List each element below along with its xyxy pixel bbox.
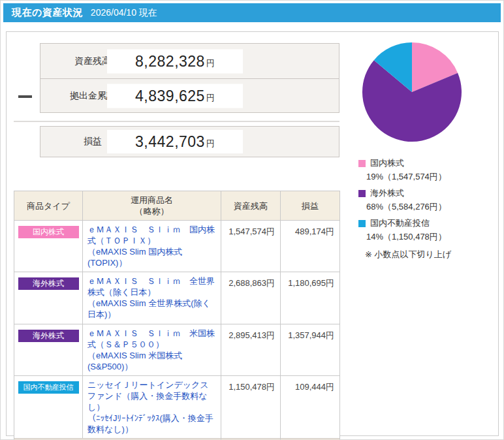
fund-balance: 1,547,574円 bbox=[221, 221, 281, 272]
product-type-badge: 国内株式 bbox=[18, 226, 79, 238]
asset-balance-row: 資産残高 8,282,328 円 bbox=[40, 44, 339, 78]
table-row: 海外株式 ｅＭＡＸＩＳ Ｓｌｉｍ 米国株式（Ｓ＆Ｐ５００） （eMAXIS Sl… bbox=[14, 324, 340, 376]
fund-short-name: （eMAXIS Slim 米国株式(S&P500)） bbox=[87, 350, 216, 372]
fund-short-name: （ﾆｯｾｲJﾘｰﾄｲﾝﾃﾞｯｸｽ(購入・換金手数料なし)） bbox=[87, 413, 216, 435]
rounding-note: ※ 小数点以下切り上げ bbox=[365, 249, 498, 260]
legend-label: 海外株式 bbox=[370, 187, 404, 199]
minus-operator bbox=[18, 95, 32, 98]
profit-loss-row: 損益 3,442,703 円 bbox=[40, 127, 339, 157]
domestic-stock-swatch bbox=[358, 160, 366, 167]
legend-item-domestic-stock: 国内株式 19%（1,547,574円） bbox=[358, 157, 498, 183]
fund-balance: 1,150,478円 bbox=[221, 376, 281, 439]
profit-loss-value: 3,442,703 bbox=[135, 133, 205, 151]
legend-item-domestic-reit: 国内不動産投信 14%（1,150,478円） bbox=[358, 217, 498, 243]
fund-profit: 109,444円 bbox=[281, 376, 340, 439]
product-type-badge: 海外株式 bbox=[18, 277, 79, 290]
page-title: 現在の資産状況 bbox=[12, 7, 83, 19]
fund-balance: 2,688,863円 bbox=[221, 272, 281, 324]
currency-suffix: 円 bbox=[206, 134, 215, 149]
table-header-row: 商品タイプ 運用商品名 （略称） 資産残高 損益 bbox=[14, 191, 340, 221]
fund-name-link[interactable]: ニッセイＪリートインデックスファンド（購入・換金手数料なし） bbox=[87, 379, 216, 413]
fund-profit: 1,180,695円 bbox=[281, 272, 340, 324]
fund-name-link[interactable]: ｅＭＡＸＩＳ Ｓｌｉｍ 米国株式（Ｓ＆Ｐ５００） bbox=[87, 328, 216, 350]
fund-short-name: （eMAXIS Slim 全世界株式(除く日本)） bbox=[87, 298, 216, 320]
header-product-name: 運用商品名 （略称） bbox=[83, 191, 221, 221]
pie-chart bbox=[361, 41, 463, 143]
contributions-value: 4,839,625 bbox=[135, 87, 205, 104]
legend-detail: 19%（1,547,574円） bbox=[366, 171, 498, 183]
contributions-value-field: 4,839,625 円 bbox=[107, 84, 243, 108]
fund-short-name: （eMAXIS Slim 国内株式(TOPIX)） bbox=[87, 246, 216, 268]
currency-suffix: 円 bbox=[206, 54, 215, 69]
fund-balance: 2,895,413円 bbox=[221, 324, 281, 376]
fund-profit: 489,174円 bbox=[281, 221, 340, 272]
profit-loss-box: 損益 3,442,703 円 bbox=[40, 126, 339, 157]
header-product-type: 商品タイプ bbox=[14, 191, 83, 221]
legend-detail: 14%（1,150,478円） bbox=[366, 231, 498, 243]
product-type-badge: 国内不動産投信 bbox=[18, 381, 79, 394]
table-row: 国内不動産投信 ニッセイＪリートインデックスファンド（購入・換金手数料なし） （… bbox=[14, 376, 340, 439]
asset-allocation-pie bbox=[361, 41, 463, 143]
header-profit: 損益 bbox=[281, 191, 340, 221]
currency-suffix: 円 bbox=[206, 88, 215, 104]
pie-legend: 国内株式 19%（1,547,574円） 海外株式 68%（5,584,276円… bbox=[358, 157, 498, 260]
as-of-date: 2026/04/10 現在 bbox=[91, 7, 157, 19]
contributions-row: 拠出金累計 4,839,625 円 bbox=[40, 78, 339, 112]
asset-balance-value-field: 8,282,328 円 bbox=[107, 49, 243, 73]
asset-balance-value: 8,282,328 bbox=[135, 52, 205, 70]
legend-label: 国内株式 bbox=[370, 157, 404, 169]
equals-divider bbox=[14, 121, 339, 122]
table-row: 海外株式 ｅＭＡＸＩＳ Ｓｌｉｍ 全世界株式（除く日本） （eMAXIS Sli… bbox=[14, 272, 340, 324]
profit-loss-value-field: 3,442,703 円 bbox=[107, 130, 243, 153]
product-type-badge: 海外株式 bbox=[18, 330, 79, 342]
balance-contribution-box: 資産残高 8,282,328 円 拠出金累計 4,839,625 円 bbox=[40, 43, 339, 113]
foreign-stock-swatch bbox=[358, 190, 366, 197]
fund-table: 商品タイプ 運用商品名 （略称） 資産残高 損益 国内株式 ｅＭＡＸＩＳ Ｓｌｉ… bbox=[14, 191, 340, 440]
fund-name-link[interactable]: ｅＭＡＸＩＳ Ｓｌｉｍ 国内株式（ＴＯＰＩＸ） bbox=[87, 224, 216, 246]
fund-profit: 1,357,944円 bbox=[281, 324, 340, 376]
fund-name-link[interactable]: ｅＭＡＸＩＳ Ｓｌｉｍ 全世界株式（除く日本） bbox=[87, 275, 216, 298]
legend-item-foreign-stock: 海外株式 68%（5,584,276円） bbox=[358, 187, 498, 213]
domestic-reit-swatch bbox=[358, 220, 366, 227]
legend-detail: 68%（5,584,276円） bbox=[366, 201, 498, 213]
table-row: 国内株式 ｅＭＡＸＩＳ Ｓｌｉｍ 国内株式（ＴＯＰＩＸ） （eMAXIS Sli… bbox=[14, 221, 340, 272]
legend-label: 国内不動産投信 bbox=[370, 217, 430, 229]
header-balance: 資産残高 bbox=[221, 191, 281, 221]
page-header: 現在の資産状況 2026/04/10 現在 bbox=[3, 3, 501, 22]
asset-status-page: 現在の資産状況 2026/04/10 現在 資産残高 8,282,328 円 拠… bbox=[0, 0, 504, 440]
